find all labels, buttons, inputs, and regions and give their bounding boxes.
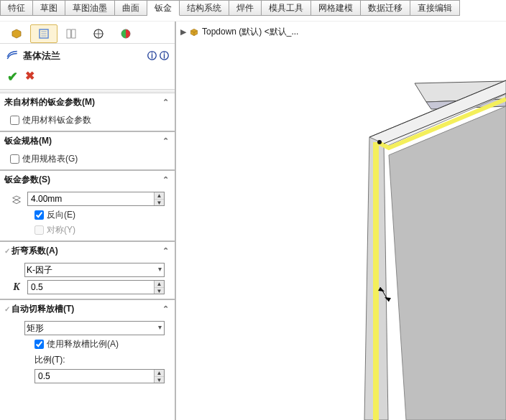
symmetric-checkbox	[34, 225, 44, 235]
chevron-up-icon: ⌃	[162, 136, 169, 146]
use-material-params-checkbox[interactable]	[10, 116, 19, 125]
use-material-params-row[interactable]: 使用材料钣金参数	[10, 113, 165, 128]
help-context-icon[interactable]: ⓘ	[147, 50, 157, 62]
tab-sketch-ink[interactable]: 草图油墨	[65, 0, 115, 16]
svg-marker-15	[389, 106, 506, 420]
help-icon[interactable]: ⓘ	[160, 50, 169, 62]
section-bend-allowance-header[interactable]: ✓ 折弯系数(A) ⌃	[0, 242, 175, 260]
spin-down-icon[interactable]: ▼	[155, 377, 164, 383]
section-auto-relief-header[interactable]: ✓ 自动切释放槽(T) ⌃	[0, 300, 175, 318]
tab-surfaces[interactable]: 曲面	[115, 0, 147, 16]
use-gauge-table-row[interactable]: 使用规格表(G)	[10, 151, 165, 167]
use-material-params-label: 使用材料钣金参数	[22, 114, 91, 126]
check-icon: ✓	[4, 247, 10, 255]
svg-rect-4	[67, 29, 70, 38]
thickness-spinner[interactable]: ▲▼	[154, 192, 164, 205]
cancel-button[interactable]: ✖	[25, 69, 34, 85]
relief-ratio-input[interactable]	[34, 369, 165, 383]
tab-mold-tools[interactable]: 模具工具	[262, 0, 311, 16]
ratio-label: 比例(T):	[34, 352, 165, 368]
chevron-up-icon: ⌃	[162, 246, 169, 256]
k-factor-icon: K	[10, 281, 23, 293]
bend-method-select[interactable]: K-因子	[24, 263, 165, 277]
thickness-input[interactable]	[27, 192, 165, 206]
relief-type-select[interactable]: 矩形	[24, 321, 165, 335]
tab-mesh-modeling[interactable]: 网格建模	[311, 0, 361, 16]
use-relief-ratio-label: 使用释放槽比例(A)	[47, 338, 119, 350]
tab-features[interactable]: 特征	[0, 0, 33, 16]
use-gauge-table-checkbox[interactable]	[10, 154, 19, 164]
ribbon-tabs: 特征 草图 草图油墨 曲面 钣金 结构系统 焊件 模具工具 网格建模 数据迁移 …	[0, 0, 506, 16]
chevron-up-icon: ⌃	[162, 304, 169, 314]
section-bend-allowance-title: 折弯系数(A)	[12, 245, 58, 257]
toolbar-placeholder	[0, 16, 506, 22]
configuration-manager-tab[interactable]	[58, 24, 85, 43]
display-manager-tab[interactable]	[112, 24, 139, 43]
tab-sketch[interactable]: 草图	[33, 0, 65, 16]
section-sheetmetal-params-header[interactable]: 钣金参数(S) ⌃	[0, 171, 175, 189]
use-gauge-table-label: 使用规格表(G)	[22, 153, 78, 165]
k-factor-spinner[interactable]: ▲▼	[154, 281, 164, 294]
symmetric-row[interactable]: 对称(Y)	[34, 223, 165, 238]
confirm-row: ✔ ✖	[0, 66, 175, 90]
thickness-icon	[10, 193, 23, 205]
svg-rect-5	[72, 29, 75, 38]
k-factor-input[interactable]	[27, 280, 165, 294]
reverse-row[interactable]: 反向(E)	[34, 207, 165, 223]
section-sheetmetal-params-title: 钣金参数(S)	[4, 174, 50, 186]
feature-manager-tab[interactable]	[3, 24, 30, 43]
reverse-label: 反向(E)	[47, 209, 75, 221]
graphics-viewport[interactable]: ▶ Topdown (默认) <默认_...	[176, 22, 506, 420]
check-icon: ✓	[4, 305, 10, 313]
section-auto-relief-title: 自动切释放槽(T)	[12, 303, 74, 315]
use-relief-ratio-row[interactable]: 使用释放槽比例(A)	[34, 337, 165, 352]
spin-down-icon[interactable]: ▼	[155, 288, 164, 294]
svg-point-18	[377, 140, 382, 144]
property-manager-panel: 基体法兰 ⓘ ⓘ ✔ ✖ 来自材料的钣金参数(M) ⌃ 使用材料钣金参数	[0, 22, 176, 420]
property-manager-tab[interactable]	[30, 24, 58, 43]
section-material-params-title: 来自材料的钣金参数(M)	[4, 96, 95, 108]
spin-up-icon[interactable]: ▲	[155, 370, 164, 377]
tab-data-migration[interactable]: 数据迁移	[361, 0, 410, 16]
ok-button[interactable]: ✔	[7, 69, 18, 85]
section-gauges-header[interactable]: 钣金规格(M) ⌃	[0, 132, 175, 150]
dimxpert-manager-tab[interactable]	[85, 24, 112, 43]
symmetric-label: 对称(Y)	[47, 224, 75, 236]
panel-tabs	[0, 22, 175, 44]
base-flange-icon	[6, 48, 19, 63]
tab-sheet-metal[interactable]: 钣金	[147, 0, 180, 16]
tab-structure[interactable]: 结构系统	[180, 0, 229, 16]
spin-up-icon[interactable]: ▲	[155, 281, 164, 288]
chevron-up-icon: ⌃	[162, 175, 169, 185]
tab-weldments[interactable]: 焊件	[229, 0, 262, 16]
feature-title-row: 基体法兰 ⓘ ⓘ	[0, 44, 175, 66]
section-gauges-title: 钣金规格(M)	[4, 135, 52, 147]
model-rendering	[176, 22, 506, 420]
tab-direct-edit[interactable]: 直接编辑	[410, 0, 460, 16]
feature-title: 基体法兰	[23, 50, 60, 62]
spin-down-icon[interactable]: ▼	[155, 200, 164, 206]
use-relief-ratio-checkbox[interactable]	[34, 340, 44, 349]
chevron-up-icon: ⌃	[162, 98, 169, 107]
spin-up-icon[interactable]: ▲	[155, 192, 164, 200]
relief-ratio-spinner[interactable]: ▲▼	[154, 370, 164, 383]
reverse-checkbox[interactable]	[34, 210, 44, 220]
section-material-params-header[interactable]: 来自材料的钣金参数(M) ⌃	[0, 93, 175, 111]
